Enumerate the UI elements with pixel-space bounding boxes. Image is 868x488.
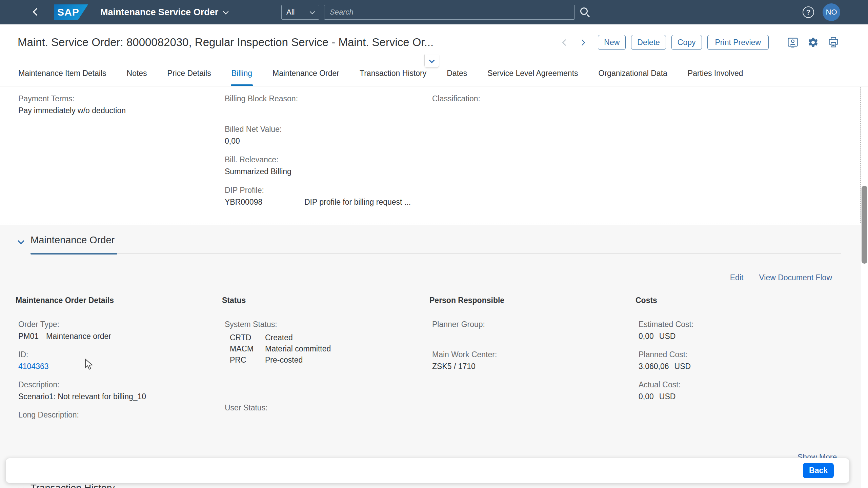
tab-price-details[interactable]: Price Details bbox=[167, 60, 211, 86]
cost-amount: 3.060,06 bbox=[639, 362, 669, 371]
field-value: Scenario1: Not relevant for billing_10 bbox=[18, 392, 146, 401]
section-toolbar: Edit View Document Flow bbox=[730, 273, 832, 282]
contact-card-icon[interactable] bbox=[785, 35, 800, 50]
delete-button[interactable]: Delete bbox=[631, 35, 666, 50]
planned-cost-field: Planned Cost: 3.060,06 USD bbox=[639, 350, 691, 371]
field-value: 0,00 USD bbox=[639, 392, 681, 401]
chevron-down-icon bbox=[223, 9, 229, 15]
settings-gear-icon[interactable] bbox=[806, 35, 821, 50]
group-header-details: Maintenance Order Details bbox=[16, 296, 114, 305]
classification-field: Classification: bbox=[432, 94, 480, 115]
scrollbar-track bbox=[861, 86, 868, 488]
search-input[interactable] bbox=[324, 5, 575, 20]
app-root: SAP Maintenance Service Order All ? NO M… bbox=[0, 0, 868, 488]
back-icon[interactable] bbox=[34, 9, 39, 16]
copy-button[interactable]: Copy bbox=[671, 35, 702, 50]
tab-organizational-data[interactable]: Organizational Data bbox=[599, 60, 667, 86]
avatar-initials: NO bbox=[826, 8, 837, 17]
field-label: Order Type: bbox=[18, 320, 111, 329]
cost-amount: 0,00 bbox=[639, 332, 654, 341]
long-description-field: Long Description: bbox=[18, 410, 79, 431]
tab-service-level-agreements[interactable]: Service Level Agreements bbox=[487, 60, 578, 86]
previous-object-icon[interactable] bbox=[560, 40, 571, 45]
search-scope-value: All bbox=[286, 8, 295, 17]
tab-dates[interactable]: Dates bbox=[447, 60, 467, 86]
order-description-field: Description: Scenario1: Not relevant for… bbox=[18, 380, 146, 401]
mouse-cursor bbox=[85, 359, 95, 370]
field-label: Main Work Center: bbox=[432, 350, 497, 359]
tab-transaction-history[interactable]: Transaction History bbox=[360, 60, 426, 86]
status-row: CRTD Created bbox=[230, 333, 331, 342]
field-value: Summarized Billing bbox=[225, 167, 291, 176]
field-label: Payment Terms: bbox=[18, 94, 126, 103]
system-status-field: System Status: bbox=[225, 320, 277, 329]
cost-amount: 0,00 bbox=[639, 392, 654, 401]
help-glyph: ? bbox=[806, 8, 811, 16]
group-header-person-responsible: Person Responsible bbox=[429, 296, 504, 305]
tab-maintenance-order[interactable]: Maintenance Order bbox=[272, 60, 339, 86]
print-preview-button[interactable]: Print Preview bbox=[707, 35, 769, 50]
field-value bbox=[432, 332, 485, 341]
estimated-cost-field: Estimated Cost: 0,00 USD bbox=[639, 320, 693, 341]
field-label: Billing Block Reason: bbox=[225, 94, 298, 103]
field-label: Planner Group: bbox=[432, 320, 485, 329]
field-value: 3.060,06 USD bbox=[639, 362, 691, 371]
app-title-menu[interactable]: Maintenance Service Order bbox=[100, 0, 228, 24]
view-document-flow-link[interactable]: View Document Flow bbox=[759, 273, 832, 282]
tab-billing[interactable]: Billing bbox=[231, 60, 252, 86]
printer-icon[interactable] bbox=[826, 35, 841, 50]
field-label: Actual Cost: bbox=[639, 380, 681, 389]
bill-relevance-field: Bill. Relevance: Summarized Billing bbox=[225, 155, 291, 176]
planner-group-field: Planner Group: bbox=[432, 320, 485, 341]
dip-profile-code: YBR00098 bbox=[225, 198, 304, 207]
field-value bbox=[18, 422, 79, 431]
scrollbar-thumb[interactable] bbox=[862, 186, 867, 264]
tab-maintenance-item-details[interactable]: Maintenance Item Details bbox=[18, 60, 106, 86]
status-code: CRTD bbox=[230, 333, 265, 342]
app-title: Maintenance Service Order bbox=[100, 7, 218, 18]
shell-bar: SAP Maintenance Service Order All ? NO bbox=[0, 0, 868, 24]
footer-toolbar: Back bbox=[5, 458, 850, 483]
search-icon[interactable] bbox=[580, 7, 588, 15]
search-scope-select[interactable]: All bbox=[281, 5, 319, 20]
field-value: YBR00098 DIP profile for billing request… bbox=[225, 198, 411, 207]
order-id-link[interactable]: 4104363 bbox=[18, 362, 49, 371]
user-status-field: User Status: bbox=[225, 403, 268, 424]
help-icon[interactable]: ? bbox=[803, 6, 814, 18]
page-title: Maint. Service Order: 8000082030, Regula… bbox=[18, 36, 433, 49]
status-text: Pre-costed bbox=[265, 355, 303, 365]
field-label: Description: bbox=[18, 380, 146, 389]
status-code: MACM bbox=[230, 344, 265, 353]
edit-link[interactable]: Edit bbox=[730, 273, 744, 282]
group-header-status: Status bbox=[222, 296, 246, 305]
field-label: Estimated Cost: bbox=[639, 320, 693, 329]
field-value: PM01 Maintenance order bbox=[18, 332, 111, 341]
header-actions: New Delete Copy Print Preview bbox=[560, 24, 841, 60]
new-button[interactable]: New bbox=[598, 35, 626, 50]
field-value bbox=[225, 415, 268, 424]
sap-logo[interactable]: SAP bbox=[54, 4, 88, 20]
section-underline bbox=[31, 253, 841, 254]
back-button[interactable]: Back bbox=[803, 463, 834, 478]
section-collapse-icon[interactable] bbox=[19, 486, 23, 488]
field-value bbox=[225, 106, 298, 115]
dip-profile-description: DIP profile for billing request ... bbox=[304, 198, 411, 207]
status-text: Created bbox=[265, 333, 293, 342]
billing-block-reason-field: Billing Block Reason: bbox=[225, 94, 298, 115]
tab-notes[interactable]: Notes bbox=[127, 60, 147, 86]
system-status-list: CRTD Created MACM Material committed PRC… bbox=[230, 333, 331, 365]
next-section-title: Transaction History bbox=[31, 483, 115, 488]
field-value: 0,00 bbox=[225, 137, 282, 146]
collapse-header-button[interactable] bbox=[424, 55, 439, 68]
tab-parties-involved[interactable]: Parties Involved bbox=[688, 60, 743, 86]
section-collapse-icon[interactable] bbox=[19, 239, 23, 245]
field-label: User Status: bbox=[225, 403, 268, 412]
sap-logo-text: SAP bbox=[54, 6, 79, 18]
field-value: ZSK5 / 1710 bbox=[432, 362, 497, 371]
actual-cost-field: Actual Cost: 0,00 USD bbox=[639, 380, 681, 401]
avatar[interactable]: NO bbox=[823, 3, 840, 21]
order-type-code: PM01 bbox=[18, 332, 39, 341]
next-object-icon[interactable] bbox=[577, 40, 588, 45]
status-code: PRC bbox=[230, 355, 265, 365]
main-work-center-field: Main Work Center: ZSK5 / 1710 bbox=[432, 350, 497, 371]
